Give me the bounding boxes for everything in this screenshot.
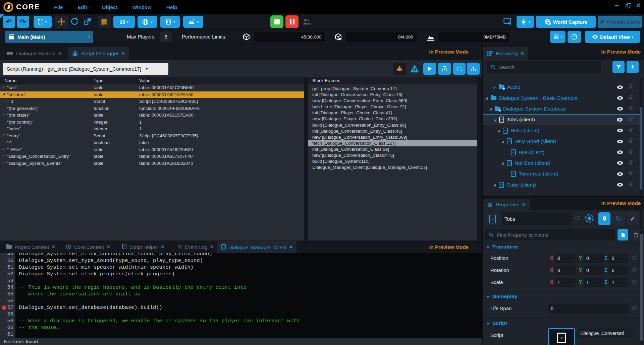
publish-game-button[interactable]: Publish Game [598,16,642,28]
lock-icon[interactable] [629,86,632,88]
hierarchy-filter-button[interactable] [612,61,625,73]
world-settings-dropdown[interactable] [138,16,157,28]
find-property-input[interactable] [497,232,612,238]
line-number[interactable]: 50 [0,257,13,264]
line-number[interactable]: 57 [0,304,13,311]
find-in-scene-button[interactable] [598,212,610,225]
visibility-eye-icon[interactable] [617,172,623,176]
stack-frame[interactable]: build [Dialogue_Conversation_Entry_Class… [308,122,477,128]
code-line[interactable]: 57Dialogue_System.set_database(database)… [0,304,482,311]
stack-frame[interactable]: fetch [Dialogue_Conversation_Class:127] [308,140,477,146]
expand-arrow-icon[interactable]: ▷ [3,133,5,137]
expand-arrow-icon[interactable]: ◢ [501,140,507,143]
variable-row[interactable]: ▷"entry"ScriptScript [CC4603807E9CF935] [0,133,304,140]
code-line[interactable]: 50Dialogue_System.set_type_sound(type_so… [0,257,482,264]
line-number[interactable]: 51 [0,264,13,271]
expand-arrow-icon[interactable]: ◢ [3,92,5,95]
position-z-field[interactable] [609,254,628,263]
menu-edit[interactable]: Edit [77,4,87,10]
grid-size-dropdown[interactable]: 25 [113,16,135,28]
variable-row[interactable]: ▷"_ENV"tabletable: 000001A546425B00 [0,146,304,153]
menu-object[interactable]: Object [102,4,118,10]
performance-gauge-button[interactable] [568,31,581,43]
save-dropdown[interactable] [550,31,566,43]
close-icon[interactable] [107,244,110,250]
scale-z-field[interactable] [609,278,628,287]
stack-frame[interactable]: init [Dialogue_Player_Choice_Class:41] [308,110,477,116]
script-asset-name[interactable]: Dialogue_Conversati [578,328,633,338]
visibility-eye-icon[interactable] [617,107,623,111]
expand-arrow-icon[interactable]: ▷ [7,99,9,102]
tab-dialogue-system[interactable]: Dialogue-System [2,47,66,60]
hierarchy-search[interactable] [487,61,601,73]
stop-preview-button[interactable] [270,15,283,28]
lock-icon[interactable] [629,162,632,164]
debug-context-dropdown[interactable]: Script (Running) - get_prop [Dialogue_Sy… [3,63,168,75]
script-tools-dropdown[interactable] [160,16,180,28]
debug-toggle-button[interactable] [393,63,406,75]
code-line[interactable]: 54-- This is where the magic happens, an… [0,284,482,291]
stack-frame[interactable]: get_prop [Dialogue_System_Common:17] [308,86,477,92]
section-transform[interactable]: Transform [487,244,518,250]
code-line[interactable]: 58 [0,311,482,318]
expand-arrow-icon[interactable]: ◢ [485,96,491,100]
hierarchy-item[interactable]: ◢Hello (client) [483,125,642,136]
minimize-button[interactable] [614,3,620,8]
step-into-button[interactable] [438,63,451,75]
close-icon[interactable] [210,244,214,250]
stack-frame[interactable]: build [Dialogue_System:110] [308,158,477,164]
properties-scrollbar-thumb[interactable] [640,234,643,341]
section-script[interactable]: Script [487,320,507,326]
line-number[interactable]: 60 [0,324,13,331]
resume-button[interactable] [423,63,436,75]
variable-row[interactable]: "(for generator)"functionfunction: 00007… [0,105,304,112]
expand-arrow-icon[interactable]: ▷ [3,85,5,88]
close-icon[interactable] [121,50,125,57]
stack-frame[interactable]: init [Dialogue_Conversation_Entry_Class:… [308,92,477,98]
find-property-search[interactable] [485,229,615,240]
redo-button[interactable]: ↷ [17,16,29,28]
networked-toggle-icon[interactable] [584,213,595,224]
rotation-y-field[interactable] [584,266,604,275]
paste-properties-button[interactable] [630,229,641,240]
grid-snap-button[interactable]: ▦ [98,16,111,28]
expand-arrow-icon[interactable]: ▷ [3,113,5,116]
lock-icon[interactable] [629,140,632,143]
line-number[interactable]: 53 [0,277,13,284]
code-line[interactable]: 56 [0,297,482,304]
menu-file[interactable]: File [54,4,63,10]
variable-row[interactable]: "(for control)"integer1 [0,119,304,126]
tab-properties[interactable]: Properties [483,199,530,210]
visibility-eye-icon[interactable] [617,96,623,100]
expand-arrow-icon[interactable]: ▷ [3,154,5,157]
hierarchy-item[interactable]: ◢Dialogue System - Basic Example [483,92,642,103]
stack-frame[interactable]: new [Dialogue_Conversation_Class:475] [308,152,477,158]
hierarchy-item[interactable]: ◢Very Good (client) [483,136,642,147]
lock-icon[interactable] [629,97,632,99]
scale-x-field[interactable] [555,278,576,287]
undo-button[interactable]: ↶ [3,16,15,28]
stack-frame[interactable]: new [Dialogue_Conversation_Entry_Class:3… [308,98,477,104]
variable-row[interactable]: ▷"Dialogue_System_Events"tabletable: 000… [0,160,304,167]
reset-scale-icon[interactable]: ↺ [631,278,637,286]
max-players-value[interactable]: 8 [160,31,172,42]
close-icon[interactable] [52,244,55,250]
section-gameplay[interactable]: Gameplay [487,293,517,299]
hierarchy-scrollbar-thumb[interactable] [640,107,642,190]
variable-row[interactable]: ▷"(for state)"tabletable: 000001A62157EA… [0,112,304,119]
menu-help[interactable]: Help [166,4,177,10]
position-x-field[interactable] [555,254,576,263]
close-icon[interactable] [289,244,292,251]
close-icon[interactable] [522,201,526,208]
hierarchy-item[interactable]: ◢Not Bad (client) [483,158,642,168]
reset-properties-button[interactable]: ↻ [612,212,625,225]
undo-rename-icon[interactable]: ↺ [575,214,580,222]
expand-arrow-icon[interactable]: ◢ [497,129,503,132]
stack-frame[interactable]: new [Dialogue_Player_Choice_Class:393] [308,116,477,122]
lock-icon[interactable] [629,118,632,121]
rotation-x-field[interactable] [555,266,576,275]
variable-row[interactable]: ▷"Dialogue_Conversation_Entry"tabletable… [0,153,304,160]
tab-script-debugger[interactable]: Script Debugger [68,47,129,60]
line-number[interactable]: 49 [0,253,13,257]
close-icon[interactable] [161,244,164,250]
